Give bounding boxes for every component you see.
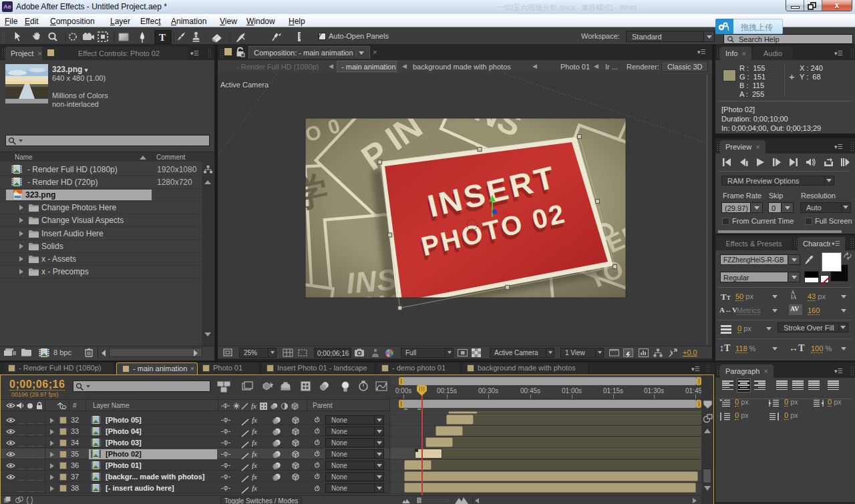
svg-text:T: T [159,32,166,43]
svg-text:fx: fx [251,403,256,410]
svg-text:RT: RT [313,81,357,117]
